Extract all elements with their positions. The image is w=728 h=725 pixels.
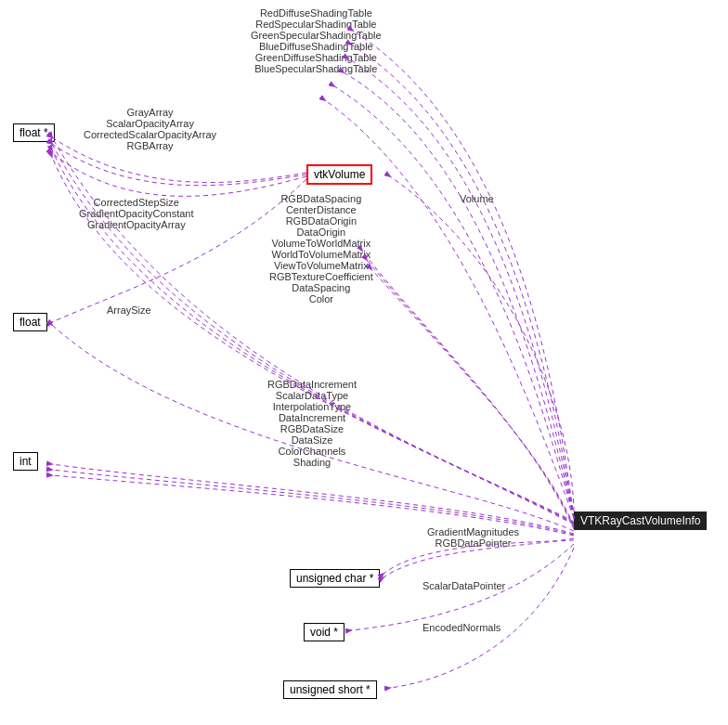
diagram-container: RedDiffuseShadingTable RedSpecularShadin… [0,0,728,725]
top-labels: RedDiffuseShadingTable RedSpecularShadin… [251,7,382,74]
volume-label: Volume [460,193,494,204]
float-star-labels: GrayArray ScalarOpacityArray CorrectedSc… [84,107,216,151]
scalar-data-pointer-label: ScalarDataPointer [422,580,505,591]
vtk-center-labels: RGBDataSpacing CenterDistance RGBDataOri… [269,193,373,304]
node-float-star[interactable]: float * [13,123,55,142]
gradient-labels: GradientMagnitudes RGBDataPointer [427,526,519,549]
node-unsigned-short-star[interactable]: unsigned short * [283,680,377,699]
arrows-svg [0,0,728,725]
node-int[interactable]: int [13,452,38,471]
int-labels: RGBDataIncrement ScalarDataType Interpol… [267,379,357,468]
node-void-star[interactable]: void * [304,623,344,641]
node-float[interactable]: float [13,313,47,331]
node-unsigned-char-star[interactable]: unsigned char * [290,569,380,588]
vtk-left-labels: CorrectedStepSize GradientOpacityConstan… [79,197,194,230]
node-VTKRayCastVolumeInfo[interactable]: VTKRayCastVolumeInfo [574,511,707,530]
node-vtkVolume[interactable]: vtkVolume [306,164,372,185]
encoded-normals-label: EncodedNormals [422,622,500,633]
array-size-label: ArraySize [107,304,151,316]
